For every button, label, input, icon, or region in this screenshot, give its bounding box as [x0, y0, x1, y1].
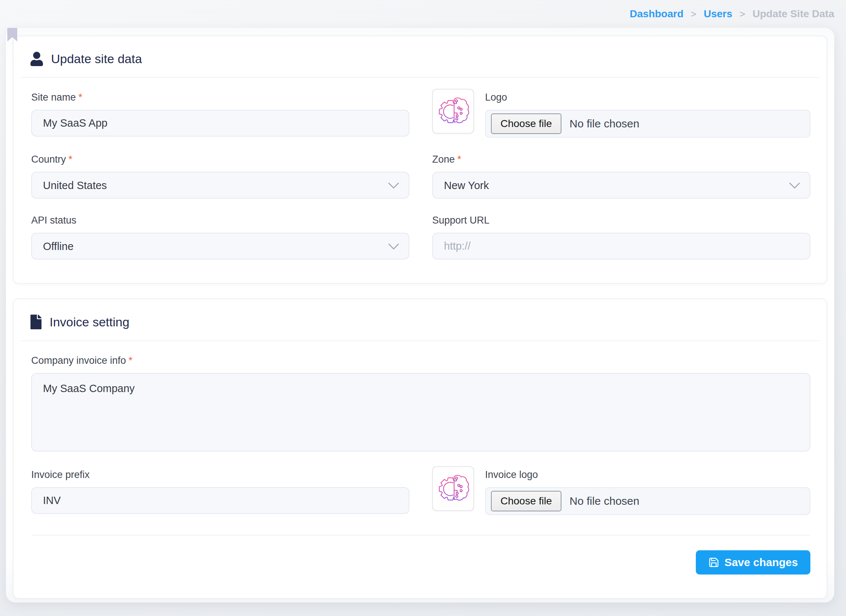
site-name-field-group: Site name*	[31, 92, 410, 138]
main-panel: Update site data Site name*	[6, 28, 834, 603]
invoice-prefix-field-group: Invoice prefix	[31, 469, 410, 515]
invoice-logo-preview	[432, 466, 474, 511]
invoice-setting-header: Invoice setting	[21, 299, 819, 341]
support-url-input[interactable]	[432, 233, 811, 260]
page-title: Update site data	[51, 52, 142, 66]
invoice-logo-file-status: No file chosen	[570, 495, 639, 507]
country-select[interactable]: United States	[31, 172, 410, 199]
invoice-prefix-label: Invoice prefix	[31, 469, 410, 481]
breadcrumb: Dashboard > Users > Update Site Data	[630, 8, 834, 20]
logo-choose-file-button[interactable]: Choose file	[491, 113, 561, 134]
invoice-logo-label: Invoice logo	[485, 469, 811, 481]
update-site-data-body: Site name*	[13, 78, 827, 283]
logo-preview	[432, 89, 474, 133]
api-status-field-group: API status Offline	[31, 215, 410, 260]
zone-label: Zone*	[432, 154, 811, 165]
invoice-logo-choose-file-button[interactable]: Choose file	[491, 491, 561, 511]
invoice-setting-card: Invoice setting Company invoice info* My…	[13, 298, 827, 599]
invoice-logo-field-group: Invoice logo Choose file No file chosen	[432, 469, 811, 515]
company-invoice-info-field-group: Company invoice info* My SaaS Company	[31, 355, 811, 453]
logo-input-column: Logo Choose file No file chosen	[485, 92, 811, 138]
breadcrumb-separator: >	[740, 9, 745, 20]
breadcrumb-users[interactable]: Users	[704, 8, 732, 20]
support-url-field-group: Support URL	[432, 215, 811, 260]
required-asterisk: *	[79, 92, 82, 103]
person-icon	[31, 52, 43, 66]
breadcrumb-current: Update Site Data	[753, 8, 834, 20]
gear-brain-logo	[436, 93, 470, 130]
invoice-logo-input-column: Invoice logo Choose file No file chosen	[485, 469, 811, 515]
logo-file-status: No file chosen	[570, 117, 639, 130]
logo-file-input[interactable]: Choose file No file chosen	[485, 110, 811, 138]
zone-field-group: Zone* New York	[432, 154, 811, 199]
breadcrumb-separator: >	[691, 9, 696, 20]
required-asterisk: *	[129, 355, 132, 366]
invoice-logo-file-input[interactable]: Choose file No file chosen	[485, 487, 811, 515]
company-invoice-info-textarea[interactable]: My SaaS Company	[31, 373, 811, 452]
api-status-label: API status	[31, 215, 410, 226]
bookmark-icon	[7, 28, 17, 41]
invoice-card-footer: Save changes	[31, 535, 811, 575]
file-icon	[31, 315, 41, 329]
support-url-label: Support URL	[432, 215, 811, 226]
required-asterisk: *	[458, 154, 461, 165]
required-asterisk: *	[69, 154, 73, 165]
zone-select[interactable]: New York	[432, 172, 811, 199]
site-name-label: Site name*	[31, 92, 410, 103]
save-changes-button[interactable]: Save changes	[696, 550, 811, 575]
company-invoice-info-label: Company invoice info*	[31, 355, 811, 367]
api-status-select[interactable]: Offline	[31, 233, 410, 260]
invoice-setting-body: Company invoice info* My SaaS Company In…	[13, 341, 827, 598]
save-icon	[708, 557, 719, 568]
gear-brain-logo	[436, 470, 470, 507]
save-changes-label: Save changes	[724, 556, 798, 569]
country-label: Country*	[31, 154, 410, 165]
logo-label: Logo	[485, 92, 811, 103]
update-site-data-header: Update site data	[21, 36, 819, 78]
breadcrumb-dashboard[interactable]: Dashboard	[630, 8, 683, 20]
logo-field-group: Logo Choose file No file chosen	[432, 92, 811, 138]
site-name-input[interactable]	[31, 110, 410, 136]
topbar: Dashboard > Users > Update Site Data	[0, 0, 846, 28]
section-title: Invoice setting	[50, 315, 129, 329]
country-field-group: Country* United States	[31, 154, 410, 199]
invoice-prefix-input[interactable]	[31, 487, 410, 514]
update-site-data-card: Update site data Site name*	[13, 35, 827, 284]
